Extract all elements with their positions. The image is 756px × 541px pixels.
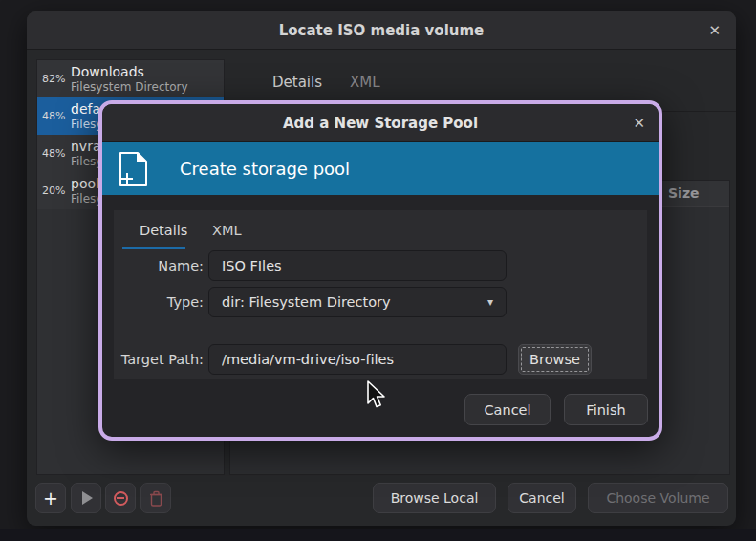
dialog-cancel-label: Cancel bbox=[484, 402, 530, 418]
dialog-finish-label: Finish bbox=[586, 402, 625, 418]
dialog-active-tab-underline bbox=[122, 247, 185, 249]
tab-xml[interactable]: XML bbox=[350, 74, 380, 91]
pool-usage-percent: 82% bbox=[42, 73, 65, 85]
browse-local-button[interactable]: Browse Local bbox=[373, 483, 496, 513]
stop-circle-icon bbox=[114, 491, 128, 506]
target-path-input[interactable] bbox=[208, 344, 507, 375]
browse-button[interactable]: Browse bbox=[518, 344, 592, 375]
choose-volume-label: Choose Volume bbox=[606, 490, 709, 506]
type-dropdown[interactable]: dir: Filesystem Directory ▾ bbox=[208, 287, 507, 317]
target-path-label: Target Path: bbox=[108, 352, 204, 367]
choose-volume-button[interactable]: Choose Volume bbox=[588, 483, 728, 513]
pool-type: Filesystem Directory bbox=[71, 80, 188, 94]
add-pool-button[interactable]: + bbox=[35, 483, 66, 513]
size-column-header[interactable]: Size bbox=[668, 185, 700, 201]
cancel-button[interactable]: Cancel bbox=[508, 483, 576, 513]
pool-row-downloads[interactable]: 82% Downloads Filesystem Directory bbox=[37, 60, 224, 97]
browse-local-label: Browse Local bbox=[391, 490, 479, 506]
dialog-title: Add a New Storage Pool bbox=[283, 115, 478, 132]
stop-pool-button[interactable] bbox=[105, 483, 136, 513]
window-title: Locate ISO media volume bbox=[279, 22, 485, 39]
trash-icon bbox=[149, 490, 163, 507]
dialog-banner: Create storage pool bbox=[102, 142, 659, 195]
name-input[interactable] bbox=[208, 250, 507, 281]
type-label: Type: bbox=[108, 294, 204, 310]
dialog-close-icon[interactable]: ✕ bbox=[633, 116, 645, 130]
type-selected-value: dir: Filesystem Directory bbox=[222, 294, 391, 310]
close-icon[interactable]: ✕ bbox=[708, 23, 721, 37]
delete-pool-button[interactable] bbox=[140, 483, 171, 513]
play-icon bbox=[82, 491, 93, 505]
pool-usage-percent: 48% bbox=[42, 110, 65, 122]
plus-icon: + bbox=[43, 489, 58, 508]
pool-name: defa bbox=[71, 101, 100, 117]
banner-title: Create storage pool bbox=[180, 159, 350, 179]
pool-usage-percent: 20% bbox=[42, 184, 65, 197]
cancel-label: Cancel bbox=[519, 490, 564, 506]
pool-name: pool bbox=[71, 176, 99, 191]
dialog-titlebar[interactable]: Add a New Storage Pool ✕ bbox=[102, 104, 659, 142]
start-pool-button[interactable] bbox=[71, 483, 101, 513]
pool-name: Downloads bbox=[71, 64, 144, 79]
browse-label: Browse bbox=[529, 352, 580, 367]
tab-details[interactable]: Details bbox=[272, 74, 322, 91]
desktop-background bbox=[0, 529, 756, 541]
chevron-down-icon: ▾ bbox=[487, 295, 493, 309]
new-file-icon bbox=[117, 150, 153, 188]
name-label: Name: bbox=[108, 258, 204, 273]
pool-usage-percent: 48% bbox=[42, 147, 65, 160]
dialog-tab-xml[interactable]: XML bbox=[212, 223, 242, 238]
dialog-tab-details[interactable]: Details bbox=[140, 223, 187, 238]
dialog-finish-button[interactable]: Finish bbox=[564, 394, 648, 425]
pool-name: nvra bbox=[71, 139, 101, 154]
dialog-cancel-button[interactable]: Cancel bbox=[464, 394, 551, 425]
mouse-cursor bbox=[366, 380, 387, 411]
window-titlebar[interactable]: Locate ISO media volume ✕ bbox=[27, 11, 736, 50]
